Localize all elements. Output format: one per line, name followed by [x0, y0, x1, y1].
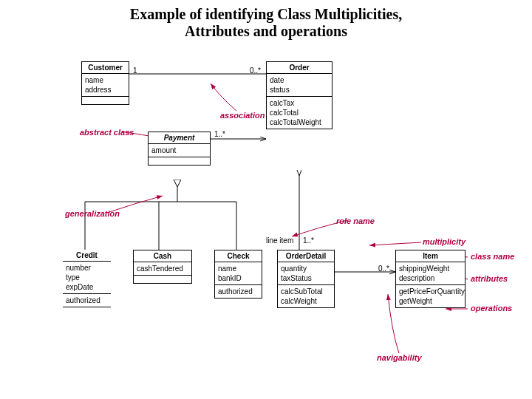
payment-attrs: amount [149, 144, 210, 157]
class-check: Check name bankID authorized [214, 250, 262, 299]
annot-abstract: abstract class [80, 128, 134, 137]
order-attrs: date status [267, 74, 332, 97]
attr: address [85, 85, 126, 95]
class-customer: Customer name address [81, 61, 129, 105]
annot-association: association [220, 111, 265, 120]
page-title: Example of identifying Class Multiplicit… [0, 0, 532, 43]
attr: type [66, 273, 108, 282]
annot-rolename: role name [336, 216, 375, 225]
item-attrs: shippingWeight description [396, 262, 465, 285]
annot-generalization: generalization [65, 209, 120, 218]
credit-name: Credit [63, 250, 111, 262]
item-ops: getPriceForQuantity getWeight [396, 285, 465, 307]
customer-ops [82, 97, 129, 104]
attr: description [399, 273, 462, 283]
annot-multiplicity: multiplicity [423, 237, 466, 246]
payment-ops [149, 157, 210, 165]
attr: number [66, 263, 108, 273]
orderdetail-attrs: quantity taxStatus [278, 262, 334, 285]
item-name: Item [396, 250, 465, 262]
class-item: Item shippingWeight description getPrice… [395, 250, 466, 308]
op: calcTotal [270, 108, 329, 117]
orderdetail-name: OrderDetail [278, 250, 334, 262]
attr: taxStatus [281, 273, 331, 283]
attr: name [85, 75, 126, 85]
uml-diagram: Customer name address Order date status … [0, 43, 532, 399]
attr: name [218, 264, 259, 273]
class-credit: Credit number type expDate authorized [63, 250, 111, 307]
check-attrs: name bankID [215, 262, 262, 285]
orderdetail-ops: calcSubTotal calcWeight [278, 285, 334, 307]
op: getPriceForQuantity [399, 287, 462, 296]
title-line-2: Attributes and operations [0, 23, 532, 40]
check-ops: authorized [215, 285, 262, 298]
attr: expDate [66, 282, 108, 292]
order-name: Order [267, 62, 332, 74]
op: getWeight [399, 296, 462, 306]
cash-ops [134, 276, 191, 283]
attr: status [270, 85, 329, 95]
annot-classname: class name [471, 252, 514, 261]
attr: amount [151, 146, 207, 155]
credit-attrs: number type expDate [63, 262, 111, 294]
mult-detail: 1..* [303, 236, 314, 245]
annot-navigability: navigability [377, 353, 422, 362]
op: authorized [66, 296, 108, 305]
cash-name: Cash [134, 250, 191, 262]
op: authorized [218, 287, 259, 296]
attr: quantity [281, 264, 331, 273]
class-orderdetail: OrderDetail quantity taxStatus calcSubTo… [277, 250, 335, 308]
annot-operations: operations [471, 304, 512, 313]
mult-payment: 1..* [214, 130, 225, 138]
order-ops: calcTax calcTotal calcTotalWeight [267, 97, 332, 129]
title-line-1: Example of identifying Class Multiplicit… [0, 6, 532, 23]
attr: cashTendered [137, 264, 188, 273]
customer-name: Customer [82, 62, 129, 74]
op: calcWeight [281, 296, 331, 306]
credit-ops: authorized [63, 294, 111, 307]
annot-attributes: attributes [471, 274, 508, 283]
customer-attrs: name address [82, 74, 129, 97]
payment-name: Payment [149, 132, 210, 144]
attr: bankID [218, 273, 259, 283]
op: calcTax [270, 98, 329, 108]
op: calcSubTotal [281, 287, 331, 296]
mult-order: 0..* [250, 66, 261, 75]
attr: date [270, 75, 329, 85]
attr: shippingWeight [399, 264, 462, 273]
op: calcTotalWeight [270, 117, 329, 127]
class-cash: Cash cashTendered [133, 250, 192, 284]
mult-cust: 1 [133, 66, 137, 75]
class-payment: Payment amount [148, 132, 211, 166]
mult-item: 0..* [378, 265, 389, 273]
cash-attrs: cashTendered [134, 262, 191, 276]
class-order: Order date status calcTax calcTotal calc… [266, 61, 332, 129]
role-line-item: line item [266, 236, 293, 245]
check-name: Check [215, 250, 262, 262]
